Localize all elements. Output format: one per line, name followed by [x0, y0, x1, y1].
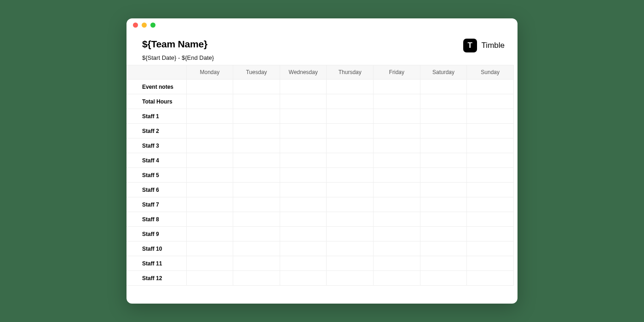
schedule-cell[interactable] [420, 80, 467, 94]
schedule-cell[interactable] [467, 197, 514, 212]
schedule-cell[interactable] [186, 80, 233, 94]
schedule-cell[interactable] [420, 271, 467, 286]
schedule-cell[interactable] [233, 212, 280, 227]
schedule-cell[interactable] [186, 109, 233, 124]
schedule-cell[interactable] [280, 227, 327, 242]
schedule-cell[interactable] [233, 183, 280, 197]
schedule-cell[interactable] [186, 271, 233, 286]
schedule-cell[interactable] [467, 212, 514, 227]
schedule-cell[interactable] [327, 212, 374, 227]
schedule-cell[interactable] [186, 153, 233, 168]
schedule-cell[interactable] [233, 271, 280, 286]
schedule-cell[interactable] [420, 183, 467, 197]
schedule-cell[interactable] [420, 138, 467, 153]
schedule-cell[interactable] [420, 153, 467, 168]
schedule-cell[interactable] [467, 109, 514, 124]
schedule-cell[interactable] [467, 168, 514, 183]
schedule-cell[interactable] [186, 242, 233, 256]
schedule-cell[interactable] [186, 227, 233, 242]
schedule-cell[interactable] [327, 183, 374, 197]
schedule-cell[interactable] [420, 242, 467, 256]
schedule-cell[interactable] [233, 227, 280, 242]
schedule-cell[interactable] [327, 197, 374, 212]
schedule-cell[interactable] [327, 109, 374, 124]
schedule-cell[interactable] [374, 138, 420, 153]
schedule-cell[interactable] [280, 168, 327, 183]
schedule-cell[interactable] [280, 197, 327, 212]
schedule-cell[interactable] [233, 124, 280, 138]
schedule-cell[interactable] [186, 124, 233, 138]
schedule-cell[interactable] [467, 242, 514, 256]
schedule-cell[interactable] [327, 227, 374, 242]
schedule-cell[interactable] [467, 183, 514, 197]
schedule-cell[interactable] [420, 124, 467, 138]
schedule-cell[interactable] [374, 94, 420, 109]
schedule-cell[interactable] [233, 80, 280, 94]
schedule-cell[interactable] [420, 227, 467, 242]
schedule-cell[interactable] [280, 256, 327, 271]
schedule-cell[interactable] [186, 183, 233, 197]
schedule-cell[interactable] [467, 80, 514, 94]
schedule-cell[interactable] [327, 242, 374, 256]
schedule-cell[interactable] [374, 153, 420, 168]
schedule-cell[interactable] [233, 197, 280, 212]
schedule-cell[interactable] [374, 212, 420, 227]
schedule-cell[interactable] [233, 94, 280, 109]
schedule-cell[interactable] [467, 271, 514, 286]
schedule-cell[interactable] [233, 242, 280, 256]
schedule-cell[interactable] [420, 256, 467, 271]
schedule-cell[interactable] [374, 183, 420, 197]
schedule-cell[interactable] [186, 197, 233, 212]
window-maximize-icon[interactable] [150, 23, 155, 28]
schedule-cell[interactable] [280, 271, 327, 286]
schedule-cell[interactable] [467, 227, 514, 242]
schedule-cell[interactable] [420, 168, 467, 183]
schedule-cell[interactable] [327, 168, 374, 183]
schedule-cell[interactable] [420, 94, 467, 109]
schedule-cell[interactable] [420, 197, 467, 212]
schedule-cell[interactable] [327, 138, 374, 153]
schedule-cell[interactable] [233, 109, 280, 124]
schedule-cell[interactable] [374, 168, 420, 183]
schedule-cell[interactable] [327, 124, 374, 138]
schedule-cell[interactable] [467, 138, 514, 153]
window-minimize-icon[interactable] [142, 23, 147, 28]
schedule-cell[interactable] [467, 94, 514, 109]
schedule-cell[interactable] [233, 138, 280, 153]
schedule-cell[interactable] [186, 94, 233, 109]
schedule-cell[interactable] [280, 80, 327, 94]
schedule-cell[interactable] [467, 256, 514, 271]
schedule-cell[interactable] [186, 212, 233, 227]
schedule-cell[interactable] [186, 256, 233, 271]
schedule-cell[interactable] [374, 256, 420, 271]
schedule-cell[interactable] [420, 109, 467, 124]
schedule-cell[interactable] [186, 138, 233, 153]
schedule-cell[interactable] [374, 242, 420, 256]
schedule-cell[interactable] [467, 124, 514, 138]
schedule-cell[interactable] [327, 80, 374, 94]
schedule-cell[interactable] [327, 153, 374, 168]
schedule-cell[interactable] [280, 94, 327, 109]
schedule-cell[interactable] [280, 153, 327, 168]
schedule-cell[interactable] [233, 153, 280, 168]
schedule-cell[interactable] [280, 242, 327, 256]
schedule-cell[interactable] [374, 80, 420, 94]
schedule-cell[interactable] [420, 212, 467, 227]
schedule-cell[interactable] [374, 197, 420, 212]
schedule-cell[interactable] [280, 124, 327, 138]
schedule-cell[interactable] [280, 183, 327, 197]
schedule-cell[interactable] [186, 168, 233, 183]
schedule-cell[interactable] [280, 109, 327, 124]
schedule-cell[interactable] [374, 227, 420, 242]
schedule-cell[interactable] [374, 124, 420, 138]
schedule-cell[interactable] [467, 153, 514, 168]
schedule-cell[interactable] [374, 109, 420, 124]
schedule-cell[interactable] [280, 212, 327, 227]
schedule-cell[interactable] [233, 168, 280, 183]
schedule-cell[interactable] [374, 271, 420, 286]
schedule-cell[interactable] [327, 271, 374, 286]
schedule-cell[interactable] [233, 256, 280, 271]
schedule-cell[interactable] [280, 138, 327, 153]
window-close-icon[interactable] [133, 23, 138, 28]
schedule-cell[interactable] [327, 256, 374, 271]
